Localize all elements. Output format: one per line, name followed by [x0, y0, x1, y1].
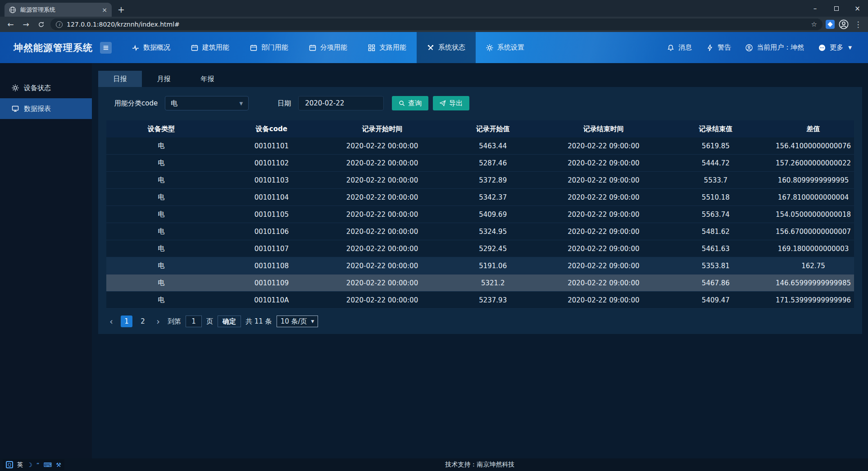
back-button[interactable]: ← [5, 18, 17, 31]
extension-icon[interactable] [826, 20, 835, 29]
browser-titlebar: 能源管理系统 × + – × [0, 0, 868, 17]
table-cell: 156.41000000000076 [773, 142, 854, 150]
messages-button[interactable]: 消息 [667, 43, 692, 52]
user-icon [745, 44, 753, 51]
gear-icon [486, 44, 493, 51]
messages-label: 消息 [678, 43, 692, 52]
new-tab-button[interactable]: + [114, 3, 128, 16]
close-window-button[interactable]: × [847, 0, 868, 17]
maximize-button[interactable] [826, 0, 847, 17]
table-row[interactable]: 电 00101108 2020-02-22 00:00:00 5191.06 2… [106, 257, 854, 274]
table-row[interactable]: 电 00101105 2020-02-22 00:00:00 5409.69 2… [106, 206, 854, 223]
column-header: 差值 [773, 125, 854, 133]
ellipsis-circle-icon [818, 44, 826, 51]
pagination: ‹ 1 2 › 到第 1 页 确定 共 11 条 10 条/页 ▼ [106, 315, 862, 328]
table-row[interactable]: 电 00101107 2020-02-22 00:00:00 5292.45 2… [106, 240, 854, 257]
table-cell: 00101106 [216, 228, 327, 236]
table-row[interactable]: 电 00101106 2020-02-22 00:00:00 5324.95 2… [106, 223, 854, 240]
table-cell: 2020-02-22 09:00:00 [548, 142, 659, 150]
nav-item-data-overview[interactable]: 数据概况 [122, 32, 181, 63]
table-cell: 2020-02-22 09:00:00 [548, 279, 659, 287]
table-cell: 00101109 [216, 279, 327, 287]
collapse-menu-button[interactable] [100, 42, 112, 54]
table-row[interactable]: 电 00101104 2020-02-22 00:00:00 5342.37 2… [106, 189, 854, 206]
window-controls: – × [804, 0, 868, 17]
page-button-1[interactable]: 1 [121, 316, 132, 327]
ime-language-indicator[interactable]: 英 [17, 461, 23, 469]
table-cell: 电 [106, 210, 216, 219]
page-button-2[interactable]: 2 [137, 316, 149, 327]
ime-punctuation-icon[interactable]: ” [36, 462, 40, 468]
date-input[interactable]: 2020-02-22 [298, 96, 384, 110]
ime-keyboard-icon[interactable]: ⌨ [43, 462, 52, 468]
query-button[interactable]: 查询 [392, 96, 428, 110]
pulse-icon [132, 44, 139, 51]
goto-confirm-button[interactable]: 确定 [218, 316, 241, 327]
page-footer: 技术支持：南京坤然科技 [0, 458, 868, 471]
table-cell: 2020-02-22 09:00:00 [548, 262, 659, 270]
nav-item-system-settings[interactable]: 系统设置 [476, 32, 535, 63]
main-content: 日报 月报 年报 用能分类code 电 ▼ 日期 2020-02-22 查询 导… [92, 63, 868, 458]
url-text[interactable]: 127.0.0.1:8020/krznnh/index.html# [67, 21, 807, 28]
goto-page-input[interactable]: 1 [186, 316, 202, 327]
table-cell: 电 [106, 227, 216, 236]
table-header: 设备类型 设备code 记录开始时间 记录开始值 记录结束时间 记录结束值 差值 [106, 120, 854, 137]
filter-bar: 用能分类code 电 ▼ 日期 2020-02-22 查询 导出 [114, 96, 862, 110]
ime-moon-icon[interactable]: ☽ [27, 462, 32, 468]
chevron-down-icon: ▼ [311, 319, 314, 324]
table-row[interactable]: 电 00101103 2020-02-22 00:00:00 5372.89 2… [106, 172, 854, 189]
refresh-button[interactable] [35, 18, 47, 31]
browser-tab[interactable]: 能源管理系统 × [5, 3, 112, 17]
bookmark-star-icon[interactable]: ☆ [811, 20, 817, 28]
nav-item-branch-energy[interactable]: 支路用能 [358, 32, 417, 63]
table-cell: 2020-02-22 00:00:00 [327, 193, 438, 201]
tab-monthly[interactable]: 月报 [142, 71, 186, 87]
browser-profile-avatar[interactable] [838, 18, 850, 30]
table-row[interactable]: 电 00101109 2020-02-22 00:00:00 5321.2 20… [106, 274, 854, 292]
alerts-button[interactable]: 警告 [706, 43, 731, 52]
category-select[interactable]: 电 ▼ [165, 96, 249, 110]
current-user[interactable]: 当前用户：坤然 [745, 43, 804, 52]
bell-icon [667, 44, 674, 51]
minimize-button[interactable]: – [804, 0, 826, 17]
tab-daily[interactable]: 日报 [98, 71, 142, 87]
calendar-icon [250, 44, 257, 51]
table-cell: 171.53999999999996 [773, 296, 854, 304]
table-cell: 5409.69 [437, 210, 548, 219]
monitor-icon [12, 105, 19, 112]
tab-yearly[interactable]: 年报 [186, 71, 229, 87]
ime-logo-icon[interactable]: Q [6, 461, 13, 468]
table-cell: 154.05000000000018 [773, 210, 854, 219]
address-bar[interactable]: i 127.0.0.1:8020/krznnh/index.html# ☆ [50, 18, 823, 30]
main-nav: 数据概况 建筑用能 部门用能 分项用能 支路用能 系统状态 系统设置 [122, 32, 535, 63]
table-cell: 0010110A [216, 296, 327, 304]
table-cell: 电 [106, 142, 216, 150]
table-cell: 2020-02-22 00:00:00 [327, 176, 438, 184]
tab-close-icon[interactable]: × [102, 6, 107, 14]
page-next-icon[interactable]: › [153, 316, 163, 326]
nav-item-building-energy[interactable]: 建筑用能 [181, 32, 240, 63]
forward-button[interactable]: → [20, 18, 32, 31]
table-row[interactable]: 电 00101101 2020-02-22 00:00:00 5463.44 2… [106, 137, 854, 155]
sidebar-item-device-status[interactable]: 设备状态 [0, 78, 92, 98]
more-menu-button[interactable]: 更多 ▼ [818, 43, 852, 52]
table-cell: 5619.85 [659, 142, 773, 150]
query-button-label: 查询 [408, 99, 422, 108]
per-page-value: 10 条/页 [281, 317, 307, 326]
alerts-label: 警告 [718, 43, 731, 52]
calendar-icon [191, 44, 198, 51]
table-row[interactable]: 电 00101102 2020-02-22 00:00:00 5287.46 2… [106, 155, 854, 172]
sidebar-item-data-report[interactable]: 数据报表 [0, 98, 92, 119]
nav-item-department-energy[interactable]: 部门用能 [240, 32, 299, 63]
ime-tools-icon[interactable]: ⚒ [56, 462, 61, 468]
table-row[interactable]: 电 0010110A 2020-02-22 00:00:00 5237.93 2… [106, 292, 854, 309]
page-prev-icon[interactable]: ‹ [106, 316, 116, 326]
nav-item-subitem-energy[interactable]: 分项用能 [299, 32, 358, 63]
export-button[interactable]: 导出 [433, 96, 469, 110]
more-label: 更多 [830, 43, 843, 52]
site-info-icon[interactable]: i [56, 21, 63, 28]
nav-item-system-status[interactable]: 系统状态 [417, 32, 476, 63]
per-page-select[interactable]: 10 条/页 ▼ [277, 316, 318, 327]
browser-menu-icon[interactable]: ⋮ [853, 20, 863, 29]
table-cell: 5463.44 [437, 142, 548, 150]
